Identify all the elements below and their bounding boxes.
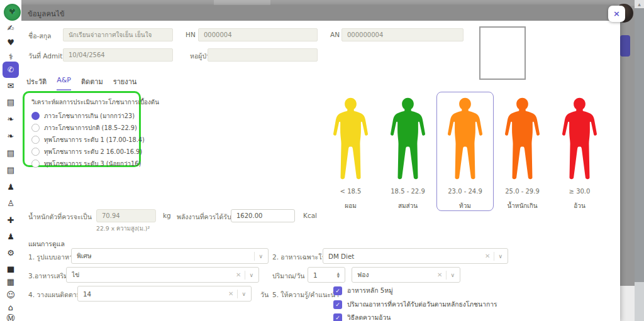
bmi-figure-strip: < 18.5ผอม18.5 - 22.9สมส่วน23.0 - 24.9ท้ว…: [322, 92, 608, 211]
app-logo-icon: ♥: [4, 4, 21, 21]
bmi-category-label: ท้วม: [459, 201, 471, 210]
hn-input[interactable]: [198, 28, 318, 41]
sidebar-item-child-care-icon[interactable]: ☺: [0, 288, 21, 302]
nutrition-option-1[interactable]: ภาวะโภชนาการเกิน (มากกว่า23): [31, 111, 132, 120]
select-divider: [494, 252, 494, 261]
hn-label: HN: [186, 31, 196, 38]
bmi-category-3-selected[interactable]: 23.0 - 24.9ท้วม: [436, 92, 494, 211]
tab-anp[interactable]: A&P: [57, 76, 71, 90]
amount-unit-select[interactable]: ฟอง ✕ ∨: [352, 267, 460, 283]
person-silhouette-icon: [502, 97, 542, 180]
clear-icon[interactable]: ✕: [485, 253, 490, 259]
ward-input[interactable]: [208, 48, 318, 62]
close-button[interactable]: ×: [608, 6, 625, 22]
sidebar-item-patients-icon[interactable]: ♟: [0, 180, 21, 194]
radio-icon[interactable]: [31, 124, 40, 132]
sidebar-item-assessment-note-icon[interactable]: ✍: [0, 21, 21, 35]
supplement-label: 3.อาหารเสริม: [28, 271, 68, 281]
select-divider: [237, 290, 238, 298]
education-item-1: ✓อาหารหลัก 5หมู่: [333, 286, 393, 295]
clear-icon[interactable]: ✕: [228, 290, 233, 297]
nutrition-option-3[interactable]: ทุพโภชนาการ ระดับ 1 (17.00-18.4): [31, 135, 132, 144]
sidebar-item-device-2-icon[interactable]: ▤: [0, 146, 21, 160]
patient-photo-placeholder: [479, 26, 526, 80]
sidebar-item-health-hand-icon[interactable]: ✚: [0, 214, 21, 227]
education-label: 5. ให้ความรู้/คำแนะนำ: [272, 290, 339, 300]
tab-followup[interactable]: ติดตาม: [81, 76, 103, 90]
nutrition-option-5[interactable]: ทุพโภชนาการ ระดับ 3 (น้อยกว่า16): [31, 159, 132, 168]
person-silhouette-icon: [560, 97, 599, 180]
tab-report[interactable]: รายงาน: [113, 76, 137, 90]
amount-unit-value: ฟอง: [357, 269, 433, 280]
radio-icon[interactable]: [31, 136, 40, 144]
sidebar-item-person-desk-icon[interactable]: ♙: [0, 197, 21, 210]
sidebar-item-heart-care-icon[interactable]: ♥: [0, 36, 21, 50]
background-action-button[interactable]: [620, 35, 630, 57]
education-item-label: ปริมาณอาหารที่ควรได้รับต่อวันตามหลักธงโภ…: [347, 299, 497, 310]
tab-history[interactable]: ประวัติ: [26, 76, 47, 90]
clear-icon[interactable]: ✕: [437, 271, 442, 278]
bmi-category-label: อ้วน: [574, 201, 585, 210]
select-divider: [446, 271, 447, 280]
followup-select[interactable]: 14 ✕ ∨: [77, 286, 252, 302]
bmi-category-2[interactable]: 18.5 - 22.9สมส่วน: [379, 92, 436, 211]
sidebar-item-data-grid-icon[interactable]: ▦: [0, 275, 21, 289]
radio-selected-icon[interactable]: [31, 112, 40, 120]
ibw-label: น้ำหนักตัวที่ควรจะเป็น: [28, 212, 92, 222]
sidebar-item-staff-m-icon[interactable]: Ⓜ: [0, 312, 21, 321]
bmi-category-1[interactable]: < 18.5ผอม: [322, 92, 379, 211]
checkbox-checked-icon[interactable]: ✓: [333, 286, 342, 295]
an-input[interactable]: [341, 28, 464, 41]
chevron-down-icon[interactable]: ∨: [242, 291, 246, 297]
ibw-input[interactable]: [96, 209, 156, 222]
admit-date-input[interactable]: [63, 48, 173, 62]
chevron-down-icon[interactable]: ∨: [258, 253, 263, 259]
ibw-formula: 22.9 x ความสูง(ม.)²: [96, 224, 150, 233]
sidebar-item-care-hand-1-icon[interactable]: ❧: [0, 112, 21, 126]
sidebar-item-person-group-icon[interactable]: ♟: [0, 230, 21, 244]
chevron-down-icon[interactable]: ∨: [498, 253, 502, 259]
disease-food-select[interactable]: DM Diet ✕ ∨: [323, 248, 508, 264]
sidebar-item-device-3-icon[interactable]: ▤: [0, 163, 21, 177]
patient-info-modal: ข้อมูลคนไข้ × ชื่อ-สกุล HN AN วันที่ Adm…: [19, 5, 620, 321]
number-spinner[interactable]: ▲▼: [337, 272, 340, 278]
sidebar-item-telemedicine-icon[interactable]: ✆: [3, 62, 19, 78]
radio-icon[interactable]: [31, 160, 40, 168]
checkbox-checked-icon[interactable]: ✓: [333, 300, 342, 309]
bmi-category-4[interactable]: 25.0 - 29.9น้ำหนักเกิน: [494, 92, 551, 211]
chevron-down-icon[interactable]: ∨: [450, 272, 455, 278]
page-scrollbar[interactable]: ▲: [635, 0, 644, 321]
admit-date-label: วันที่ Admit: [28, 51, 62, 62]
scrollbar-thumb[interactable]: [635, 8, 644, 282]
amount-value: 1: [313, 271, 337, 279]
select-divider: [254, 252, 255, 261]
nutrition-option-label: ภาวะโภชนาการเกิน (มากกว่า23): [44, 111, 135, 121]
amount-input[interactable]: 1 ▲▼: [308, 267, 345, 283]
bmi-category-5[interactable]: ≥ 30.0อ้วน: [551, 92, 608, 211]
supplement-value: ไข่: [72, 269, 232, 280]
bmi-category-label: ผอม: [345, 201, 356, 210]
sidebar-item-care-hand-2-icon[interactable]: ❧: [0, 129, 21, 143]
bmi-range: 18.5 - 22.9: [391, 188, 425, 195]
bmi-category-label: สมส่วน: [398, 201, 418, 210]
nutrition-option-2[interactable]: ภาวะโภชนาการปกติ (18.5–22.9): [31, 123, 132, 132]
sidebar-item-device-1-icon[interactable]: ▤: [0, 95, 21, 109]
clear-icon[interactable]: ✕: [236, 271, 241, 278]
nutrition-option-4[interactable]: ทุพโภชนาการ ระดับ 2 16.00-16.9): [31, 147, 132, 156]
chevron-down-icon[interactable]: ∨: [249, 272, 253, 278]
sidebar-item-statistics-icon[interactable]: ▅: [0, 261, 21, 275]
checkbox-checked-icon[interactable]: ✓: [333, 313, 342, 321]
name-input[interactable]: [63, 28, 173, 41]
education-item-label: อาหารหลัก 5หมู่: [347, 285, 393, 296]
scrollbar-up-arrow[interactable]: ▲: [635, 0, 644, 8]
sidebar: ♥ ✍♥⚕✆✉▤❧❧▤▤♟♙✚♟⚙▅▦☺⌂Ⓜ: [0, 0, 21, 321]
care-plan-title: แผนการดูแล: [28, 239, 65, 249]
sidebar-item-chat-icon[interactable]: ✉: [0, 79, 21, 93]
radio-icon[interactable]: [31, 148, 40, 156]
food-type-select[interactable]: พิเศษ ∨: [71, 248, 269, 264]
bmi-category-label: น้ำหนักเกิน: [507, 201, 537, 210]
supplement-select[interactable]: ไข่ ✕ ∨: [66, 267, 259, 283]
nutrition-option-label: ภาวะโภชนาการปกติ (18.5–22.9): [44, 123, 137, 133]
energy-input[interactable]: [231, 209, 295, 222]
sidebar-item-mind-gear-icon[interactable]: ⚙: [0, 246, 21, 260]
